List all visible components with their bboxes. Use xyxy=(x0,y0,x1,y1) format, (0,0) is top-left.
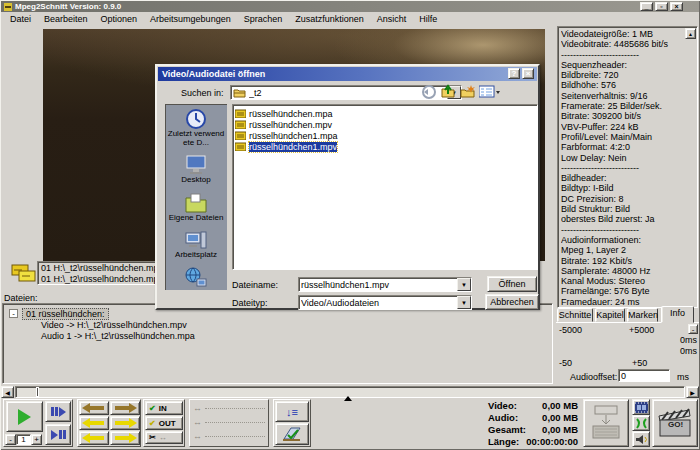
play-button[interactable] xyxy=(6,401,43,432)
step-back-far-button[interactable] xyxy=(79,401,109,415)
tree-root-item[interactable]: 01 rüsselhündchen: xyxy=(22,308,109,320)
menu-item[interactable]: Sprachen xyxy=(238,14,289,24)
step-group xyxy=(77,399,141,447)
dialog-file-list[interactable]: rüsselhündchen.mpa rüsselhündchen.mpv rü… xyxy=(232,104,538,270)
skip-start-button[interactable]: ◀ xyxy=(1,386,14,398)
set-out-button[interactable]: ✔OUT xyxy=(145,416,183,430)
pause-play-button[interactable] xyxy=(45,401,71,422)
frame-count-field[interactable]: 1 xyxy=(16,434,31,445)
stat-value: 0,00 MB xyxy=(542,412,578,424)
frame-minus-button[interactable]: - xyxy=(5,434,16,445)
cut-button[interactable]: ✂ ↔ xyxy=(145,431,183,444)
close-button[interactable]: × xyxy=(670,2,683,11)
video-file-icon xyxy=(235,142,246,151)
dialog-close-button[interactable]: × xyxy=(522,68,534,79)
video-stream-button[interactable] xyxy=(632,399,650,415)
cutlist-button[interactable]: ↓≡ xyxy=(275,401,309,422)
filename-dropdown-icon[interactable]: ▼ xyxy=(457,278,471,291)
tree-audio-item[interactable]: Audio 1 -> H:\_t2\rüsselhündchen.mpa xyxy=(41,331,195,342)
tab-kapitel[interactable]: Kapitel xyxy=(595,308,625,322)
disabled-track xyxy=(205,436,265,437)
file-name[interactable]: rüsselhündchen1.mpa xyxy=(249,131,338,141)
go-button[interactable]: GO! xyxy=(652,399,698,447)
menu-item[interactable]: Zusatzfunktionen xyxy=(289,14,370,24)
yellow-right-arrow2-icon xyxy=(113,433,137,443)
tree-expander[interactable]: - xyxy=(9,309,18,318)
file-row-selected[interactable]: rüsselhündchen1.mpv xyxy=(235,141,535,152)
audio-offset-input[interactable]: 0 xyxy=(618,369,670,382)
info-line: -------------------------- xyxy=(561,163,696,173)
filetype-label: Dateityp: xyxy=(232,298,268,308)
filename-value[interactable]: rüsselhündchen1.mpv xyxy=(301,280,457,290)
place-documents[interactable]: Eigene Dateien xyxy=(165,192,227,223)
filmstrip-icon xyxy=(635,402,648,413)
play-pause-button[interactable] xyxy=(45,424,71,445)
menu-item[interactable]: Ansicht xyxy=(371,14,413,24)
desktop-icon xyxy=(185,154,207,176)
info-line: Seitenverhältnis: 9/16 xyxy=(561,91,696,101)
frame-plus-button[interactable]: + xyxy=(31,434,42,445)
dialog-help-button[interactable]: ? xyxy=(508,68,520,79)
audio-file-icon xyxy=(235,131,246,140)
open-button[interactable]: Öffnen xyxy=(487,276,537,292)
place-recent[interactable]: Zuletzt verwendete D... xyxy=(165,108,227,147)
set-in-button[interactable]: ✔IN xyxy=(145,401,183,415)
demux-button[interactable] xyxy=(583,399,629,447)
recent-icon xyxy=(185,108,207,130)
join-icon xyxy=(635,418,648,429)
cancel-button[interactable]: Abbrechen xyxy=(485,294,539,310)
collapse-button[interactable]: - xyxy=(688,324,698,334)
info-panel: Videodateigröße: 1 MBVideobitrate: 44856… xyxy=(557,26,698,308)
up-folder-icon[interactable] xyxy=(441,84,456,99)
info-line: Profil/Level: Main/Main xyxy=(561,132,696,142)
go-label: GO! xyxy=(668,420,683,429)
edit-check-button[interactable] xyxy=(275,423,309,445)
file-name[interactable]: rüsselhündchen.mpv xyxy=(249,120,332,130)
window-title: Mpeg2Schnitt Version: 0.9.0 xyxy=(15,2,121,11)
filename-combo[interactable]: rüsselhündchen1.mpv ▼ xyxy=(298,277,472,292)
file-name[interactable]: rüsselhündchen.mpa xyxy=(249,109,333,119)
places-bar: Zuletzt verwendete D... Desktop Eigene D… xyxy=(165,104,227,290)
file-row[interactable]: rüsselhündchen.mpv xyxy=(235,119,535,130)
frame-fwd-button[interactable] xyxy=(110,431,140,445)
frame-back-button[interactable] xyxy=(79,431,109,445)
app-window: { "window": { "title": "Mpeg2Schnitt Ver… xyxy=(0,0,700,450)
info-line: Low Delay: Nein xyxy=(561,153,696,163)
filetype-dropdown-icon[interactable]: ▼ xyxy=(457,296,471,309)
new-folder-icon[interactable] xyxy=(460,84,475,99)
file-name[interactable]: rüsselhündchen1.mpv xyxy=(249,142,337,152)
tree-video-item[interactable]: Video -> H:\_t2\rüsselhündchen.mpv xyxy=(41,320,187,331)
tab-info[interactable]: Info xyxy=(661,306,694,323)
minimize-button[interactable]: _ xyxy=(640,2,653,11)
place-network[interactable]: Netzwerkumgebung xyxy=(165,267,227,291)
place-desktop[interactable]: Desktop xyxy=(165,154,227,185)
step-fwd-button[interactable] xyxy=(110,416,140,430)
place-computer[interactable]: Arbeitsplatz xyxy=(165,229,227,260)
list-icon: ≡ xyxy=(292,406,298,418)
timeline-thumb[interactable] xyxy=(36,387,39,397)
back-icon[interactable] xyxy=(422,84,437,99)
offset1-value: 0ms xyxy=(670,335,697,345)
stats-panel: Video:0,00 MB Audio:0,00 MB Gesamt:0,00 … xyxy=(488,400,578,448)
check-out-icon: ✔ xyxy=(149,419,156,428)
join-button[interactable] xyxy=(632,415,650,431)
cutnav-row-3: ↔ xyxy=(191,429,267,443)
disabled-track xyxy=(205,422,265,423)
menu-item[interactable]: Arbeitsumgebungen xyxy=(144,14,237,24)
menu-item[interactable]: Datei xyxy=(4,14,37,24)
info-scroll-up-button[interactable]: ▲ xyxy=(685,28,696,39)
info-line: Videodateigröße: 1 MB xyxy=(561,29,696,39)
view-menu-icon[interactable] xyxy=(479,84,501,99)
file-row[interactable]: rüsselhündchen.mpa xyxy=(235,108,535,119)
tab-schnitte[interactable]: Schnitte xyxy=(557,308,593,322)
tab-marken[interactable]: Marken xyxy=(627,308,658,322)
file-row[interactable]: rüsselhündchen1.mpa xyxy=(235,130,535,141)
maximize-button[interactable]: ▫ xyxy=(655,2,668,11)
audio-stream-button[interactable] xyxy=(632,431,650,447)
menu-item[interactable]: Hilfe xyxy=(413,14,443,24)
menu-item[interactable]: Bearbeiten xyxy=(38,14,94,24)
step-back-button[interactable] xyxy=(79,416,109,430)
step-fwd-far-button[interactable] xyxy=(110,401,140,415)
menu-item[interactable]: Optionen xyxy=(95,14,144,24)
filetype-combo[interactable]: Video/Audiodateien ▼ xyxy=(298,295,472,310)
